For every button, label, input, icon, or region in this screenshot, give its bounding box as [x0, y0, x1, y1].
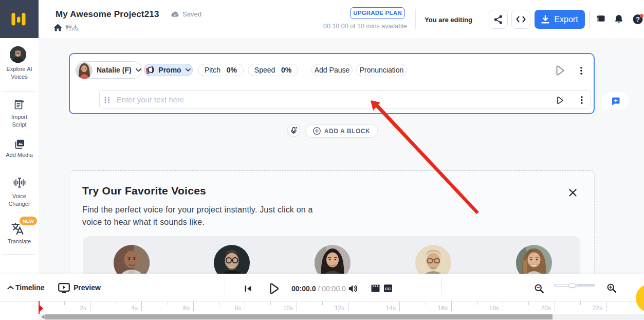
- svg-text:?: ?: [636, 15, 640, 23]
- svg-text:CC: CC: [385, 287, 391, 291]
